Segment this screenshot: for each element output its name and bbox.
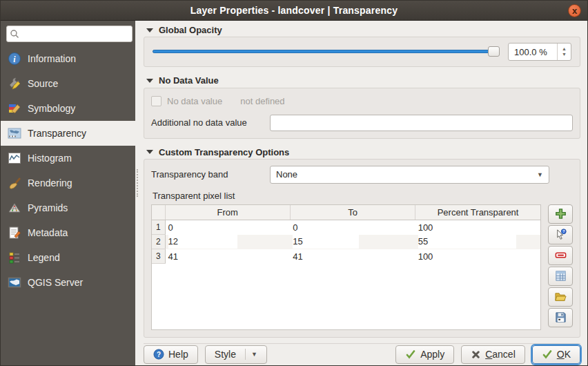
global-opacity-group: 100.0 % ▲▼ — [144, 37, 580, 67]
legend-icon — [8, 251, 21, 264]
sidebar-item-label: QGIS Server — [28, 277, 83, 288]
row-number: 3 — [152, 249, 165, 264]
global-opacity-header[interactable]: Global Opacity — [144, 23, 580, 37]
spin-down-icon[interactable]: ▼ — [562, 52, 567, 57]
add-values-from-display-button[interactable]: ? — [548, 225, 573, 244]
opacity-value[interactable]: 100.0 % — [509, 44, 557, 60]
cell-percent[interactable]: 100 — [415, 249, 540, 264]
sidebar-item-symbology[interactable]: Symbology — [1, 96, 135, 121]
no-data-value-header[interactable]: No Data Value — [144, 74, 580, 87]
sidebar-item-histogram[interactable]: Histogram — [1, 146, 135, 171]
window-title: Layer Properties - landcover | Transpare… — [190, 5, 398, 16]
slider-handle[interactable] — [488, 46, 500, 57]
apply-button[interactable]: Apply — [395, 345, 454, 364]
custom-transparency-group: Transparency band None ▼ Transparent pix… — [144, 159, 580, 338]
cell-percent[interactable]: 55 — [415, 235, 540, 249]
column-header-from: From — [165, 205, 290, 220]
pyramids-icon — [8, 201, 21, 215]
section-title: Global Opacity — [159, 25, 222, 35]
splitter-grip-icon — [137, 169, 138, 197]
cell-percent[interactable]: 100 — [415, 220, 540, 235]
sidebar-item-label: Symbology — [28, 103, 75, 114]
sidebar-item-legend[interactable]: Legend — [1, 245, 135, 270]
symbology-icon — [8, 102, 21, 115]
sidebar-item-information[interactable]: i Information — [1, 46, 135, 71]
sidebar-item-transparency[interactable]: Transparency — [1, 121, 135, 146]
style-menu-button[interactable]: Style ▼ — [205, 345, 267, 364]
check-icon — [405, 349, 416, 360]
cell-to[interactable]: 0 — [290, 220, 415, 235]
sidebar-search[interactable] — [6, 26, 133, 42]
cell-from[interactable]: 12 — [165, 235, 290, 249]
sidebar-item-label: Histogram — [28, 153, 72, 164]
default-values-button[interactable] — [548, 267, 573, 286]
transparency-icon — [8, 126, 21, 140]
save-icon — [554, 311, 567, 324]
help-button[interactable]: ? Help — [144, 345, 198, 364]
spinbox-arrows[interactable]: ▲▼ — [557, 44, 571, 60]
additional-no-data-label: Additional no data value — [151, 117, 270, 128]
collapse-triangle-icon — [146, 150, 153, 154]
sidebar-item-qgis-server[interactable]: QGIS Server — [1, 270, 135, 295]
minus-icon — [554, 249, 567, 262]
search-input[interactable] — [20, 28, 130, 39]
section-title: Custom Transparency Options — [159, 147, 289, 157]
sidebar-item-label: Transparency — [28, 128, 86, 139]
titlebar: Layer Properties - landcover | Transpare… — [1, 1, 587, 21]
cell-from[interactable]: 41 — [165, 249, 290, 264]
close-button[interactable]: x — [568, 4, 581, 17]
sidebar-item-label: Information — [28, 53, 76, 64]
table-row: 3 41 41 100 — [152, 249, 540, 264]
dialog-button-box: ? Help Style ▼ Apply Cancel — [144, 343, 580, 365]
add-values-manually-button[interactable] — [548, 204, 573, 224]
transparent-pixel-table: From To Percent Transparent 1 0 — [151, 204, 541, 330]
search-icon — [9, 28, 20, 39]
chevron-down-icon: ▼ — [537, 171, 543, 178]
sidebar-item-label: Metadata — [28, 227, 68, 238]
opacity-slider[interactable] — [153, 45, 500, 59]
custom-transparency-header[interactable]: Custom Transparency Options — [144, 146, 580, 159]
sidebar-item-metadata[interactable]: Metadata — [1, 220, 135, 245]
column-header-percent: Percent Transparent — [415, 205, 540, 220]
layer-properties-dialog: Layer Properties - landcover | Transpare… — [0, 0, 588, 366]
folder-open-icon — [554, 290, 567, 303]
spin-up-icon[interactable]: ▲ — [562, 46, 567, 52]
sidebar: i Information Source Symbology Transpare… — [1, 21, 135, 365]
pixel-list-toolbar: ? — [548, 204, 573, 330]
ok-button[interactable]: OK — [532, 345, 580, 364]
transparency-band-combo[interactable]: None ▼ — [270, 166, 549, 184]
no-data-status: not defined — [240, 96, 284, 106]
sidebar-item-pyramids[interactable]: Pyramids — [1, 195, 135, 220]
section-title: No Data Value — [159, 75, 219, 86]
transparency-page: Global Opacity 100.0 % ▲▼ No — [139, 21, 587, 365]
table-corner — [152, 205, 165, 220]
sidebar-item-label: Pyramids — [28, 202, 68, 213]
sidebar-item-source[interactable]: Source — [1, 71, 135, 96]
collapse-triangle-icon — [146, 28, 153, 32]
sidebar-item-rendering[interactable]: Rendering — [1, 171, 135, 195]
no-data-value-checkbox[interactable] — [151, 96, 161, 106]
cell-to[interactable]: 41 — [290, 249, 415, 264]
sidebar-item-label: Rendering — [28, 177, 72, 189]
chevron-down-icon: ▼ — [245, 349, 257, 360]
pointer-query-icon: ? — [554, 228, 567, 241]
transparent-pixel-list-label: Transparent pixel list — [153, 191, 573, 201]
source-icon — [8, 77, 21, 90]
help-icon: ? — [153, 349, 164, 360]
cancel-button[interactable]: Cancel — [461, 345, 525, 364]
cell-from[interactable]: 0 — [165, 220, 290, 235]
opacity-spinbox[interactable]: 100.0 % ▲▼ — [508, 43, 571, 61]
metadata-icon — [8, 226, 21, 240]
no-data-value-group: No data value not defined Additional no … — [144, 88, 580, 139]
check-icon — [542, 349, 553, 360]
additional-no-data-input[interactable] — [270, 115, 573, 131]
cell-to[interactable]: 15 — [290, 235, 415, 249]
export-to-file-button[interactable] — [548, 308, 573, 327]
sidebar-item-label: Legend — [28, 252, 60, 263]
no-data-value-label: No data value — [167, 96, 222, 106]
plus-icon — [554, 207, 567, 220]
remove-selected-row-button[interactable] — [548, 246, 573, 265]
sidebar-item-label: Source — [28, 78, 58, 89]
import-from-file-button[interactable] — [548, 287, 573, 307]
sidebar-splitter[interactable] — [135, 21, 139, 365]
